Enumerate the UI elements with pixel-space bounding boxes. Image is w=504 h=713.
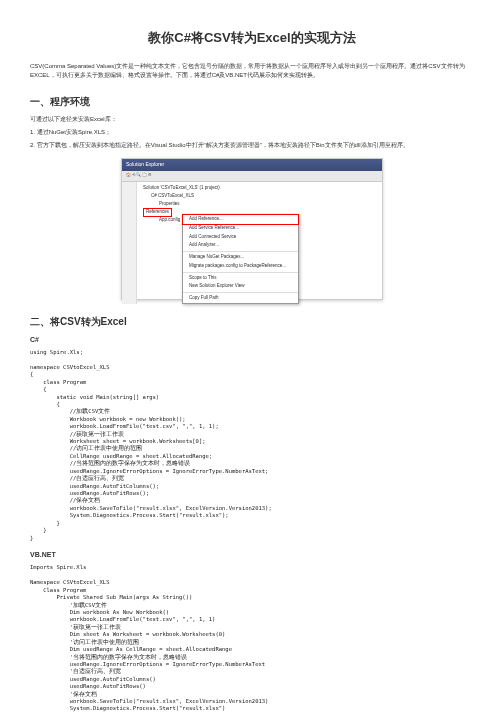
menu-migrate[interactable]: Migrate packages.config to PackageRefere… — [183, 262, 298, 271]
tree-project: C# CSVToExcel_XLS — [143, 192, 376, 200]
env-line2: 1. 通过NuGet安装Spire.XLS； — [30, 128, 474, 137]
menu-new-view[interactable]: New Solution Explorer View — [183, 282, 298, 291]
env-line1: 可通过以下途径来安装Excel库： — [30, 115, 474, 124]
vbnet-label: VB.NET — [30, 550, 474, 561]
csharp-code: using Spire.Xls; namespace CSVtoExcel_XL… — [30, 349, 474, 542]
page-title: 教你C#将CSV转为Excel的实现方法 — [30, 28, 474, 48]
csharp-label: C# — [30, 335, 474, 346]
menu-add-analyzer[interactable]: Add Analyzer... — [183, 241, 298, 250]
visual-studio-screenshot: Solution Explorer 🏠 ⟲ 🔍 📋 ⚙ Solution 'CS… — [121, 158, 383, 300]
env-line3: 2. 官方下载包，解压安装到本地指定路径。在Visual Studio中打开"解… — [30, 141, 474, 150]
vs-left-margin — [122, 182, 137, 304]
section2-heading: 二、将CSV转为Excel — [30, 314, 474, 329]
vs-toolbar: 🏠 ⟲ 🔍 📋 ⚙ — [122, 171, 382, 182]
vs-title: Solution Explorer — [122, 159, 382, 171]
context-menu: Add Reference... Add Service Reference..… — [182, 214, 299, 305]
vs-solution-tree: Solution 'CSVToExcel_XLS' (1 project) C#… — [137, 182, 382, 304]
section1-heading: 一、程序环境 — [30, 94, 474, 109]
menu-manage-nuget[interactable]: Manage NuGet Packages... — [183, 253, 298, 262]
menu-scope[interactable]: Scope to This — [183, 274, 298, 283]
menu-add-service[interactable]: Add Service Reference... — [183, 224, 298, 233]
tree-references: References — [143, 208, 172, 217]
tree-properties: Properties — [143, 200, 376, 208]
tree-solution: Solution 'CSVToExcel_XLS' (1 project) — [143, 185, 376, 193]
vbnet-code: Imports Spire.Xls Namespace CSVtoExcel_X… — [30, 564, 474, 713]
intro-paragraph: CSV(Comma Separated Values)文件是一种纯文本文件，它包… — [30, 62, 474, 80]
menu-add-connected[interactable]: Add Connected Service — [183, 233, 298, 242]
menu-copy-path[interactable]: Copy Full Path — [183, 294, 298, 303]
